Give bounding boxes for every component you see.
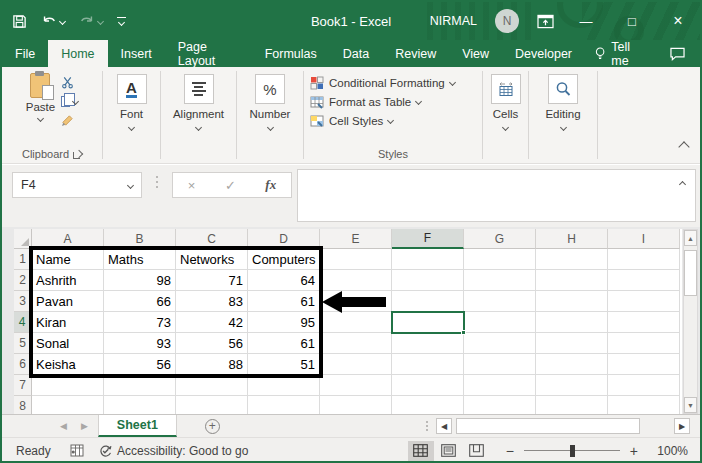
cell-I6[interactable] [608,354,680,375]
format-painter-button[interactable] [61,113,78,127]
zoom-in-button[interactable]: + [630,443,638,459]
cell-A7[interactable] [32,375,104,396]
cell-I3[interactable] [608,291,680,312]
cell-F2[interactable] [392,270,464,291]
tab-page-layout[interactable]: Page Layout [165,40,252,67]
zoom-out-button[interactable]: − [506,443,514,459]
cell-C1[interactable]: Networks [176,249,248,270]
cell-C8[interactable] [176,396,248,414]
cell-E8[interactable] [320,396,392,414]
save-button[interactable] [12,14,27,29]
font-button[interactable]: A [117,74,147,104]
cell-H4[interactable] [536,312,608,333]
alignment-dropdown-icon[interactable] [195,124,202,131]
cell-I8[interactable] [608,396,680,414]
cell-A5[interactable]: Sonal [32,333,104,354]
row-header-3[interactable]: 3 [14,291,32,312]
zoom-slider[interactable] [524,445,620,457]
cell-B6[interactable]: 56 [104,354,176,375]
cell-E2[interactable] [320,270,392,291]
cells-button[interactable] [491,74,521,104]
page-layout-view-button[interactable] [436,441,462,461]
cell-G3[interactable] [464,291,536,312]
scroll-left-button[interactable]: ◀ [436,418,452,434]
tab-view[interactable]: View [449,40,502,67]
column-header-D[interactable]: D [248,229,320,249]
next-sheet-button[interactable]: ▶ [81,421,88,431]
cell-B1[interactable]: Maths [104,249,176,270]
cell-F6[interactable] [392,354,464,375]
close-button[interactable]: × [664,12,692,30]
cell-B5[interactable]: 93 [104,333,176,354]
cell-D4[interactable]: 95 [248,312,320,333]
accessibility-status[interactable]: Accessibility: Good to go [117,444,248,458]
tab-formulas[interactable]: Formulas [252,40,330,67]
tab-insert[interactable]: Insert [108,40,165,67]
cell-D6[interactable]: 51 [248,354,320,375]
number-dropdown-icon[interactable] [266,124,273,131]
column-header-E[interactable]: E [320,229,392,249]
zoom-level[interactable]: 100% [648,444,688,458]
cell-G4[interactable] [464,312,536,333]
cell-A4[interactable]: Kiran [32,312,104,333]
maximize-button[interactable]: □ [618,14,646,29]
name-box[interactable]: F4 [12,172,142,198]
cell-F4[interactable] [392,312,464,333]
row-header-1[interactable]: 1 [14,249,32,270]
cell-H5[interactable] [536,333,608,354]
cell-A6[interactable]: Keisha [32,354,104,375]
cell-H7[interactable] [536,375,608,396]
cell-H1[interactable] [536,249,608,270]
cell-B4[interactable]: 73 [104,312,176,333]
conditional-formatting-dropdown-icon[interactable] [449,79,456,86]
tab-developer[interactable]: Developer [502,40,585,67]
row-header-2[interactable]: 2 [14,270,32,291]
undo-button[interactable] [41,14,65,28]
tab-review[interactable]: Review [382,40,449,67]
cell-I5[interactable] [608,333,680,354]
previous-sheet-button[interactable]: ◀ [60,421,67,431]
format-as-table-dropdown-icon[interactable] [415,98,422,105]
collapse-ribbon-button[interactable] [680,137,688,155]
alignment-button[interactable] [184,74,214,104]
editing-button[interactable] [548,74,578,104]
horizontal-scroll-thumb[interactable] [456,418,640,434]
redo-dropdown-icon[interactable] [97,17,104,24]
comments-button[interactable] [655,40,700,67]
tab-file[interactable]: File [2,40,48,67]
column-header-I[interactable]: I [608,229,680,249]
ribbon-display-options-icon[interactable] [537,14,554,29]
row-header-4[interactable]: 4 [14,312,32,333]
formula-input[interactable] [297,169,696,222]
tab-data[interactable]: Data [330,40,382,67]
paste-button[interactable]: Paste [26,73,55,127]
scroll-down-button[interactable]: ▼ [684,397,697,413]
cell-F8[interactable] [392,396,464,414]
font-dropdown-icon[interactable] [128,124,135,131]
column-header-G[interactable]: G [464,229,536,249]
cell-G1[interactable] [464,249,536,270]
row-header-8[interactable]: 8 [14,396,32,414]
cell-B8[interactable] [104,396,176,414]
scroll-right-button[interactable]: ▶ [674,418,690,434]
page-break-preview-button[interactable] [464,441,490,461]
new-sheet-button[interactable]: + [205,415,220,437]
name-box-dropdown-icon[interactable] [127,181,134,188]
cell-G7[interactable] [464,375,536,396]
cell-G5[interactable] [464,333,536,354]
row-header-6[interactable]: 6 [14,354,32,375]
cell-D1[interactable]: Computers [248,249,320,270]
cell-I7[interactable] [608,375,680,396]
enter-button[interactable]: ✓ [225,178,236,193]
cell-F1[interactable] [392,249,464,270]
tell-me-box[interactable]: Tell me [585,40,655,67]
cell-D2[interactable]: 64 [248,270,320,291]
cell-I1[interactable] [608,249,680,270]
macro-record-button[interactable] [70,444,84,457]
cell-F5[interactable] [392,333,464,354]
cell-D3[interactable]: 61 [248,291,320,312]
cell-D5[interactable]: 61 [248,333,320,354]
cut-button[interactable] [61,75,78,89]
cell-D8[interactable] [248,396,320,414]
formula-bar-collapse-icon[interactable] [679,181,686,188]
